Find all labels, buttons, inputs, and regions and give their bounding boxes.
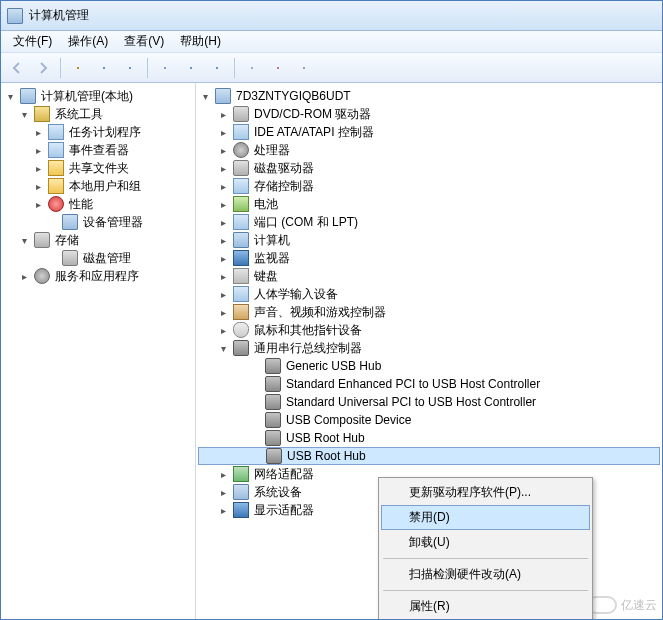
expander-icon[interactable] xyxy=(31,163,45,174)
expander-icon[interactable] xyxy=(216,145,230,156)
usb-icon xyxy=(265,394,281,410)
event-icon xyxy=(48,142,64,158)
nav-forward-button[interactable] xyxy=(31,56,55,80)
usb-icon xyxy=(265,358,281,374)
device-disk[interactable]: 磁盘驱动器 xyxy=(198,159,660,177)
export-list-button[interactable] xyxy=(118,56,142,80)
tool-bar xyxy=(1,53,662,83)
watermark-text: 亿速云 xyxy=(621,597,657,614)
device-usb-uhci[interactable]: Standard Universal PCI to USB Host Contr… xyxy=(198,393,660,411)
expander-icon[interactable] xyxy=(216,181,230,192)
tree-shared-folders[interactable]: 共享文件夹 xyxy=(3,159,193,177)
help-button[interactable] xyxy=(153,56,177,80)
expander-icon[interactable] xyxy=(216,487,230,498)
menu-action[interactable]: 操作(A) xyxy=(60,31,116,52)
tree-services-apps[interactable]: 服务和应用程序 xyxy=(3,267,193,285)
device-host[interactable]: 7D3ZNTYGIQB6UDT xyxy=(198,87,660,105)
expander-icon[interactable] xyxy=(216,289,230,300)
device-mouse[interactable]: 鼠标和其他指针设备 xyxy=(198,321,660,339)
menu-view[interactable]: 查看(V) xyxy=(116,31,172,52)
expander-icon[interactable] xyxy=(17,271,31,282)
nav-back-button[interactable] xyxy=(5,56,29,80)
usb-icon xyxy=(266,448,282,464)
watermark: 亿速云 xyxy=(587,596,657,614)
expander-icon[interactable] xyxy=(3,91,17,102)
expander-icon[interactable] xyxy=(216,505,230,516)
expander-icon[interactable] xyxy=(216,343,230,354)
device-battery[interactable]: 电池 xyxy=(198,195,660,213)
hid-icon xyxy=(233,286,249,302)
device-ide[interactable]: IDE ATA/ATAPI 控制器 xyxy=(198,123,660,141)
expander-icon[interactable] xyxy=(216,469,230,480)
tree-event-viewer[interactable]: 事件查看器 xyxy=(3,141,193,159)
device-computer[interactable]: 计算机 xyxy=(198,231,660,249)
device-monitor[interactable]: 监视器 xyxy=(198,249,660,267)
expander-icon[interactable] xyxy=(17,109,31,120)
expander-icon[interactable] xyxy=(216,109,230,120)
device-usb-root-hub-2[interactable]: USB Root Hub xyxy=(198,447,660,465)
tree-system-tools[interactable]: 系统工具 xyxy=(3,105,193,123)
usb-icon xyxy=(265,376,281,392)
properties-button[interactable] xyxy=(92,56,116,80)
device-usb-generic-hub[interactable]: Generic USB Hub xyxy=(198,357,660,375)
menu-file[interactable]: 文件(F) xyxy=(5,31,60,52)
menu-help[interactable]: 帮助(H) xyxy=(172,31,229,52)
computer-icon xyxy=(20,88,36,104)
expander-icon[interactable] xyxy=(216,253,230,264)
device-storage-controller[interactable]: 存储控制器 xyxy=(198,177,660,195)
mouse-icon xyxy=(233,322,249,338)
tree-storage[interactable]: 存储 xyxy=(3,231,193,249)
system-device-icon xyxy=(233,484,249,500)
show-hide-tree-button[interactable] xyxy=(66,56,90,80)
device-tree-pane[interactable]: 7D3ZNTYGIQB6UDT DVD/CD-ROM 驱动器 IDE ATA/A… xyxy=(196,83,662,619)
disk-drive-icon xyxy=(233,160,249,176)
device-sound[interactable]: 声音、视频和游戏控制器 xyxy=(198,303,660,321)
disk-icon xyxy=(62,250,78,266)
toolbar-separator xyxy=(234,58,235,78)
expander-icon[interactable] xyxy=(31,145,45,156)
device-usb-controllers[interactable]: 通用串行总线控制器 xyxy=(198,339,660,357)
expander-icon[interactable] xyxy=(216,235,230,246)
clock-icon xyxy=(48,124,64,140)
optical-drive-icon xyxy=(233,106,249,122)
device-usb-composite[interactable]: USB Composite Device xyxy=(198,411,660,429)
expander-icon[interactable] xyxy=(216,127,230,138)
device-usb-ehci[interactable]: Standard Enhanced PCI to USB Host Contro… xyxy=(198,375,660,393)
device-dvd[interactable]: DVD/CD-ROM 驱动器 xyxy=(198,105,660,123)
device-keyboard[interactable]: 键盘 xyxy=(198,267,660,285)
sound-icon xyxy=(233,304,249,320)
expander-icon[interactable] xyxy=(31,181,45,192)
expander-icon[interactable] xyxy=(216,217,230,228)
menu-disable-device[interactable]: 禁用(D) xyxy=(381,505,590,530)
device-usb-root-hub-1[interactable]: USB Root Hub xyxy=(198,429,660,447)
uninstall-device-button[interactable] xyxy=(292,56,316,80)
expander-icon[interactable] xyxy=(216,199,230,210)
expander-icon[interactable] xyxy=(216,271,230,282)
menu-uninstall-device[interactable]: 卸载(U) xyxy=(381,530,590,555)
expander-icon[interactable] xyxy=(17,235,31,246)
view-button[interactable] xyxy=(179,56,203,80)
expander-icon[interactable] xyxy=(216,325,230,336)
device-hid[interactable]: 人体学输入设备 xyxy=(198,285,660,303)
tree-task-scheduler[interactable]: 任务计划程序 xyxy=(3,123,193,141)
menu-update-driver[interactable]: 更新驱动程序软件(P)... xyxy=(381,480,590,505)
disable-device-button[interactable] xyxy=(266,56,290,80)
expander-icon[interactable] xyxy=(216,163,230,174)
console-tree-pane[interactable]: 计算机管理(本地) 系统工具 任务计划程序 事件查看器 共享文件夹 xyxy=(1,83,196,619)
tree-root-computer-management[interactable]: 计算机管理(本地) xyxy=(3,87,193,105)
device-ports[interactable]: 端口 (COM 和 LPT) xyxy=(198,213,660,231)
usb-icon xyxy=(265,430,281,446)
menu-properties[interactable]: 属性(R) xyxy=(381,594,590,619)
tree-device-manager[interactable]: 设备管理器 xyxy=(3,213,193,231)
expander-icon[interactable] xyxy=(31,199,45,210)
tree-performance[interactable]: 性能 xyxy=(3,195,193,213)
expander-icon[interactable] xyxy=(216,307,230,318)
expander-icon[interactable] xyxy=(198,91,212,102)
menu-scan-hardware[interactable]: 扫描检测硬件改动(A) xyxy=(381,562,590,587)
expander-icon[interactable] xyxy=(31,127,45,138)
device-cpu[interactable]: 处理器 xyxy=(198,141,660,159)
tree-local-users[interactable]: 本地用户和组 xyxy=(3,177,193,195)
scan-hardware-button[interactable] xyxy=(240,56,264,80)
refresh-button[interactable] xyxy=(205,56,229,80)
tree-disk-management[interactable]: 磁盘管理 xyxy=(3,249,193,267)
